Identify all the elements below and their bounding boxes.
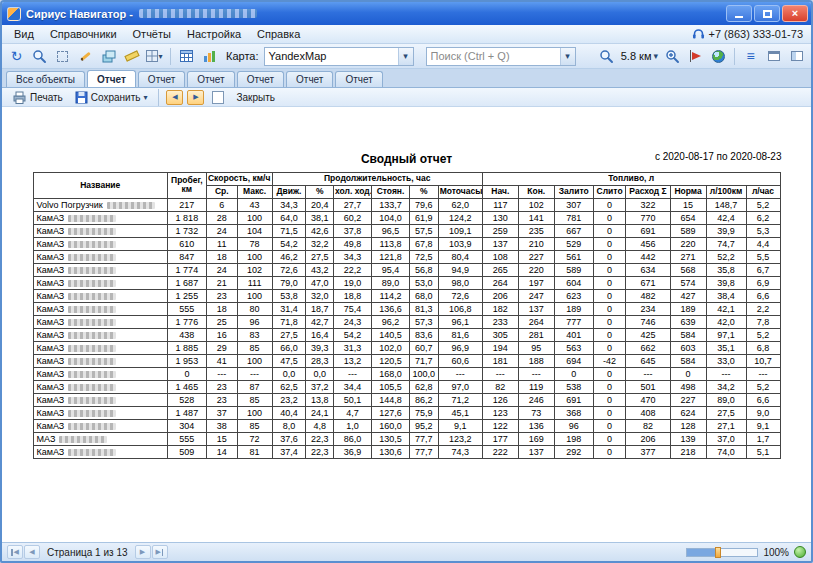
page-setup-button[interactable] [208, 90, 228, 105]
select-area-icon[interactable] [52, 46, 73, 66]
data-cell: 34,2 [706, 380, 746, 393]
globe-icon[interactable] [708, 46, 729, 66]
layers-icon[interactable] [98, 46, 119, 66]
data-cell: 0 [593, 250, 626, 263]
scale-select[interactable]: 5.8 км ▾ [619, 47, 660, 66]
data-cell: 64,0 [272, 211, 306, 224]
next-page-button[interactable]: ▶ [135, 545, 151, 559]
save-disk-icon [75, 91, 88, 104]
data-cell: 456 [626, 237, 670, 250]
data-cell: 97,1 [706, 328, 746, 341]
menu-item[interactable]: Отчёты [125, 26, 179, 42]
last-page-button[interactable]: ▶ [152, 545, 168, 559]
data-cell: 71,7 [409, 354, 438, 367]
zoom-slider[interactable] [686, 548, 758, 557]
data-cell: 1 774 [167, 263, 206, 276]
search-icon[interactable] [29, 46, 50, 66]
menu-item[interactable]: Вид [6, 26, 42, 42]
data-cell: 106,8 [438, 302, 482, 315]
data-cell: 0 [593, 315, 626, 328]
data-cell: 109,1 [438, 224, 482, 237]
menu-item[interactable]: Справка [249, 26, 308, 42]
tab-1[interactable]: Отчет [87, 70, 136, 87]
data-cell: 85 [237, 419, 272, 432]
data-cell: 18 [206, 250, 237, 263]
data-cell: 39,3 [306, 341, 334, 354]
maximize-button[interactable] [754, 5, 780, 22]
vehicle-name: МАЗ [37, 434, 56, 444]
data-cell: 31,3 [334, 341, 372, 354]
zoom-in-icon[interactable] [662, 46, 683, 66]
data-cell: 144,8 [372, 393, 410, 406]
data-cell: 119 [518, 380, 554, 393]
redacted-text [68, 449, 116, 456]
menu-item[interactable]: Справочники [42, 26, 125, 42]
redacted-text [68, 358, 116, 365]
data-cell: 136 [518, 419, 554, 432]
data-cell: 1 818 [167, 211, 206, 224]
data-cell: 15 [206, 432, 237, 445]
data-cell: 60,2 [334, 211, 372, 224]
column-header: л/100км [706, 185, 746, 198]
map-tools-dropdown[interactable]: ▾ [144, 46, 165, 66]
report-prev-button[interactable]: ◀ [166, 90, 183, 105]
menubar: ВидСправочникиОтчётыНастройкаСправка +7 … [2, 25, 811, 44]
data-cell: 22,3 [306, 445, 334, 458]
table-row: КамАЗ1 7742410272,643,222,295,456,894,92… [33, 263, 780, 276]
reports-icon[interactable] [199, 46, 220, 66]
prev-page-button[interactable]: ◀ [24, 545, 40, 559]
toolbar-separator [158, 89, 159, 106]
side-panel-icon[interactable] [786, 46, 807, 66]
zoom-scale-icon[interactable] [596, 46, 617, 66]
data-cell: 0 [593, 419, 626, 432]
column-header: Макс. [237, 185, 272, 198]
data-cell: 100 [237, 250, 272, 263]
zoom-level: 100% [763, 547, 789, 558]
data-cell: 137 [518, 445, 554, 458]
close-button[interactable]: × [782, 5, 808, 22]
data-cell: 13,2 [334, 354, 372, 367]
save-button[interactable]: Сохранить ▾ [71, 90, 152, 105]
tab-3[interactable]: Отчет [187, 71, 234, 87]
search-input[interactable] [427, 50, 560, 62]
first-page-button[interactable]: ◀ [7, 545, 23, 559]
data-cell: 141 [518, 211, 554, 224]
data-cell: 35,8 [706, 263, 746, 276]
ruler-icon[interactable] [121, 46, 142, 66]
close-report-button[interactable]: Закрыть [232, 91, 279, 104]
tab-4[interactable]: Отчет [237, 71, 284, 87]
edit-icon[interactable] [75, 46, 96, 66]
data-cell: 746 [626, 315, 670, 328]
table-row: КамАЗ30438858,04,81,0160,095,29,11221369… [33, 419, 780, 432]
window-layout-icon[interactable] [763, 46, 784, 66]
tab-6[interactable]: Отчет [335, 71, 382, 87]
table-icon[interactable] [176, 46, 197, 66]
data-cell: 6,6 [746, 289, 780, 302]
flag-icon[interactable] [685, 46, 706, 66]
zoom-slider-thumb[interactable] [715, 547, 721, 558]
refresh-icon[interactable]: ↻ [6, 46, 27, 66]
minimize-button[interactable] [726, 5, 752, 22]
arrow-left-icon: ◀ [29, 548, 34, 556]
tab-0[interactable]: Все объекты [6, 71, 85, 87]
data-cell: 42,0 [706, 315, 746, 328]
data-cell: 427 [670, 289, 706, 302]
data-cell: 62,0 [438, 198, 482, 211]
menu-item[interactable]: Настройка [179, 26, 249, 42]
map-select[interactable]: YandexMap ▾ [264, 47, 414, 66]
data-cell: 0 [593, 380, 626, 393]
tab-5[interactable]: Отчет [286, 71, 333, 87]
data-cell: 5,2 [746, 380, 780, 393]
zoom-reset-button[interactable] [794, 546, 806, 558]
list-icon[interactable]: ≡ [740, 46, 761, 66]
report-next-button[interactable]: ▶ [187, 90, 204, 105]
search-box[interactable]: ▾ [426, 47, 576, 66]
data-cell: 645 [626, 354, 670, 367]
data-cell: 35,1 [706, 341, 746, 354]
data-cell: 130,6 [372, 445, 410, 458]
tab-2[interactable]: Отчет [138, 71, 185, 87]
vehicle-name-cell: КамАЗ [33, 393, 167, 406]
print-button[interactable]: Печать [8, 90, 67, 105]
column-header: Расход Σ [626, 185, 670, 198]
vehicle-name: КамАЗ [37, 395, 65, 405]
